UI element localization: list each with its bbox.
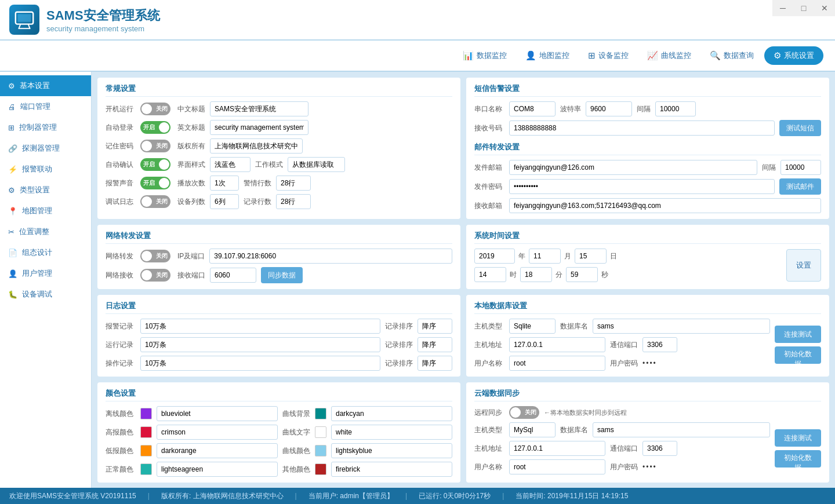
cloud-port-input[interactable] — [642, 441, 677, 456]
remember-pwd-toggle[interactable]: 关闭 — [140, 140, 170, 152]
sms-recv-input[interactable] — [509, 120, 775, 136]
email-interval-input[interactable] — [780, 160, 821, 175]
sidebar-item-position-adjust[interactable]: ✂ 位置调整 — [0, 221, 91, 242]
cloud-host-type-select[interactable]: MySql — [509, 422, 556, 437]
cloud-user-input[interactable] — [509, 459, 605, 474]
net-recv-toggle[interactable]: 关闭 — [140, 269, 170, 282]
local-port-input[interactable] — [642, 337, 677, 352]
local-init-button[interactable]: 初始化数据 — [775, 346, 821, 364]
op-log-select[interactable]: 10万条 — [140, 356, 380, 371]
debug-log-toggle[interactable]: 关闭 — [140, 195, 170, 208]
cloud-host-addr-input[interactable] — [509, 441, 605, 456]
minimize-button[interactable]: ─ — [772, 0, 793, 16]
email-pwd-row: 发件密码 测试邮件 — [474, 178, 821, 195]
offline-color-select[interactable]: blueviolet — [157, 406, 278, 421]
cloud-pwd-value: •••• — [642, 463, 657, 471]
time-set-button[interactable]: 设置 — [786, 249, 821, 282]
email-sender-input[interactable] — [509, 160, 757, 175]
alarm-rows-select[interactable]: 28行 — [276, 176, 311, 191]
email-test-button[interactable]: 测试邮件 — [779, 178, 821, 195]
sidebar-item-user-management[interactable]: 👤 用户管理 — [0, 263, 91, 284]
hour-select[interactable]: 14 — [474, 267, 506, 282]
play-times-select[interactable]: 1次 — [210, 176, 239, 191]
month-label: 月 — [564, 251, 571, 261]
second-select[interactable]: 59 — [566, 267, 598, 282]
cloud-remote-toggle[interactable]: 关闭 — [509, 406, 539, 419]
copyright-input[interactable] — [210, 138, 303, 154]
nav-item-data-monitor[interactable]: 📊 数据监控 — [455, 46, 515, 65]
year-select[interactable]: 2019 — [474, 249, 515, 264]
nav-item-device-monitor[interactable]: ⊞ 设备监控 — [580, 46, 637, 65]
local-connect-button[interactable]: 连接测试 — [775, 326, 821, 343]
sms-test-button[interactable]: 测试短信 — [779, 120, 821, 136]
email-receiver-input[interactable] — [509, 198, 821, 213]
sidebar-item-basic-settings[interactable]: ⚙ 基本设置 — [0, 75, 91, 96]
auto-confirm-toggle[interactable]: 开启 — [140, 158, 170, 171]
low-alarm-swatch — [140, 445, 152, 456]
other-color-select[interactable]: firebrick — [331, 462, 452, 477]
net-forward-label: 网络转发 — [106, 251, 136, 261]
local-host-type-label: 主机类型 — [474, 322, 504, 331]
auto-login-toggle[interactable]: 开启 — [140, 121, 170, 134]
english-label-input[interactable] — [210, 120, 308, 135]
net-recv-row: 网络接收 关闭 接收端口 同步数据 — [106, 267, 452, 283]
ip-port-input[interactable] — [209, 249, 452, 264]
minute-select[interactable]: 18 — [520, 267, 552, 282]
normal-color-select[interactable]: lightseagreen — [157, 462, 278, 477]
local-host-type-select[interactable]: Sqlite — [509, 319, 556, 334]
cloud-connect-button[interactable]: 连接测试 — [775, 429, 821, 447]
work-mode-select[interactable]: 从数据库读取 — [288, 157, 345, 172]
hour-label: 时 — [510, 270, 517, 280]
sidebar-item-alarm-linkage[interactable]: ⚡ 报警联动 — [0, 159, 91, 180]
ui-style-select[interactable]: 浅蓝色 — [210, 157, 251, 172]
log-sort3-select[interactable]: 降序 — [418, 356, 452, 371]
day-select[interactable]: 15 — [575, 249, 607, 264]
sms-recv-row: 接收号码 测试短信 — [474, 120, 821, 136]
run-log-select[interactable]: 10万条 — [140, 337, 380, 352]
sidebar-item-config-design[interactable]: 📄 组态设计 — [0, 242, 91, 263]
curve-color-select[interactable]: lightskyblue — [331, 443, 452, 458]
sidebar-item-map-management[interactable]: 📍 地图管理 — [0, 200, 91, 221]
curve-bg-select[interactable]: darkcyan — [331, 406, 452, 421]
sidebar-item-controller-management[interactable]: ⊞ 控制器管理 — [0, 117, 91, 138]
local-user-input[interactable] — [509, 356, 605, 371]
alarm-rows-label: 警情行数 — [244, 178, 271, 188]
sync-data-button[interactable]: 同步数据 — [261, 267, 303, 283]
month-select[interactable]: 11 — [529, 249, 561, 264]
local-db-name-input[interactable] — [593, 319, 770, 334]
sms-port-select[interactable]: COM8 — [509, 101, 556, 116]
alarm-sound-toggle[interactable]: 开启 — [140, 177, 170, 189]
sms-interval-input[interactable] — [655, 101, 696, 116]
chinese-label-input[interactable] — [210, 101, 308, 116]
local-host-addr-input[interactable] — [509, 337, 605, 352]
email-pwd-label: 发件密码 — [474, 182, 504, 192]
cloud-db-name-input[interactable] — [593, 422, 770, 437]
high-alarm-swatch — [140, 426, 152, 438]
curve-text-select[interactable]: white — [331, 425, 452, 440]
sidebar-item-device-debug[interactable]: 🐛 设备调试 — [0, 284, 91, 305]
sidebar-item-detector-management[interactable]: 🔗 探测器管理 — [0, 138, 91, 159]
alarm-log-select[interactable]: 10万条 — [140, 319, 380, 334]
nav-item-curve-monitor[interactable]: 📈 曲线监控 — [639, 46, 699, 65]
low-alarm-select[interactable]: darkorange — [157, 443, 278, 458]
nav-item-map-monitor[interactable]: 👤 地图监控 — [517, 46, 578, 65]
sidebar-item-type-settings[interactable]: ⚙ 类型设置 — [0, 180, 91, 200]
high-alarm-select[interactable]: crimson — [157, 425, 278, 440]
cloud-init-button[interactable]: 初始化数据 — [775, 450, 821, 468]
log-rows-select[interactable]: 28行 — [276, 194, 311, 209]
alarm-sound-state-text: 开启 — [143, 179, 155, 187]
sms-baud-select[interactable]: 9600 — [586, 101, 632, 116]
copyright-label: 版权所有 — [177, 141, 205, 151]
maximize-button[interactable]: □ — [793, 0, 814, 16]
log-sort1-select[interactable]: 降序 — [418, 319, 452, 334]
close-button[interactable]: ✕ — [814, 0, 835, 16]
nav-item-data-query[interactable]: 🔍 数据查询 — [702, 46, 762, 65]
sidebar-item-port-management[interactable]: 🖨 端口管理 — [0, 96, 91, 117]
email-pwd-input[interactable] — [509, 179, 775, 194]
recv-port-input[interactable] — [210, 268, 256, 283]
startup-toggle[interactable]: 关闭 — [140, 103, 170, 115]
net-forward-toggle[interactable]: 关闭 — [140, 250, 170, 262]
nav-item-system-settings[interactable]: ⚙ 系统设置 — [764, 46, 823, 65]
log-sort2-select[interactable]: 降序 — [418, 337, 452, 352]
device-cols-select[interactable]: 6列 — [210, 194, 239, 209]
